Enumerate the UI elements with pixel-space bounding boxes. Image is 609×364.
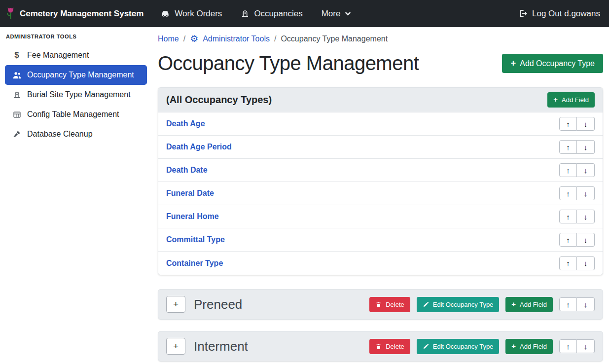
field-link[interactable]: Death Age Period bbox=[166, 143, 232, 151]
move-down-button[interactable]: ↓ bbox=[577, 117, 595, 131]
reorder-buttons: ↑ ↓ bbox=[559, 256, 595, 270]
field-link[interactable]: Death Age bbox=[166, 119, 205, 128]
nav-work-orders[interactable]: Work Orders bbox=[160, 9, 222, 19]
sidebar-item-fee-management[interactable]: $ Fee Management bbox=[5, 45, 147, 65]
field-row: Death Age ↑ ↓ bbox=[158, 112, 603, 136]
arrow-down-icon: ↓ bbox=[584, 300, 588, 309]
reorder-buttons: ↑ ↓ bbox=[559, 186, 595, 200]
reorder-buttons: ↑ ↓ bbox=[559, 163, 595, 177]
add-field-button[interactable]: + Add Field bbox=[505, 297, 553, 312]
breadcrumb-home[interactable]: Home bbox=[158, 35, 179, 43]
field-link[interactable]: Death Date bbox=[166, 166, 208, 175]
occupancy-type-title: Preneed bbox=[194, 297, 242, 312]
edit-occupancy-type-label: Edit Occupancy Type bbox=[433, 301, 494, 308]
move-down-button[interactable]: ↓ bbox=[577, 186, 595, 200]
breadcrumb-admin-tools[interactable]: Administrator Tools bbox=[203, 35, 270, 43]
reorder-buttons: ↑ ↓ bbox=[559, 233, 595, 247]
sidebar-item-label: Burial Site Type Management bbox=[27, 90, 131, 99]
add-field-label: Add Field bbox=[520, 343, 547, 350]
sidebar-item-occupancy-type-management[interactable]: Occupancy Type Management bbox=[5, 65, 147, 85]
arrow-down-icon: ↓ bbox=[584, 143, 588, 151]
reorder-buttons: ↑ ↓ bbox=[559, 117, 595, 131]
move-down-button[interactable]: ↓ bbox=[577, 339, 595, 353]
tombstone-icon bbox=[12, 91, 22, 99]
plus-icon: + bbox=[511, 343, 516, 350]
sidebar: Administrator Tools $ Fee Management Occ… bbox=[0, 27, 152, 364]
arrow-down-icon: ↓ bbox=[584, 189, 588, 198]
add-field-button[interactable]: + Add Field bbox=[505, 339, 553, 354]
sidebar-heading: Administrator Tools bbox=[0, 34, 152, 45]
arrow-up-icon: ↑ bbox=[566, 189, 570, 198]
all-occupancy-types-card: (All Occupancy Types) + Add Field Death … bbox=[158, 87, 603, 275]
move-up-button[interactable]: ↑ bbox=[559, 117, 577, 131]
field-row: Death Age Period ↑ ↓ bbox=[158, 136, 603, 159]
move-up-button[interactable]: ↑ bbox=[559, 186, 577, 200]
expand-button[interactable]: + bbox=[166, 338, 185, 355]
move-down-button[interactable]: ↓ bbox=[577, 163, 595, 177]
nav-more-label: More bbox=[322, 9, 341, 19]
delete-label: Delete bbox=[386, 301, 404, 308]
move-down-button[interactable]: ↓ bbox=[577, 140, 595, 154]
page-title: Occupancy Type Management bbox=[158, 52, 419, 74]
field-link[interactable]: Committal Type bbox=[166, 235, 225, 244]
app-brand[interactable]: Cemetery Management System bbox=[6, 7, 143, 20]
plus-icon: + bbox=[553, 96, 558, 104]
breadcrumb: Home / ⚙ Administrator Tools / Occupancy… bbox=[158, 34, 603, 43]
expand-button[interactable]: + bbox=[166, 296, 185, 313]
field-row: Death Date ↑ ↓ bbox=[158, 159, 603, 182]
trash-icon bbox=[375, 301, 382, 308]
field-link[interactable]: Funeral Date bbox=[166, 189, 214, 198]
arrow-up-icon: ↑ bbox=[566, 342, 570, 351]
sidebar-item-label: Occupancy Type Management bbox=[27, 71, 134, 79]
move-up-button[interactable]: ↑ bbox=[559, 256, 577, 270]
move-down-button[interactable]: ↓ bbox=[577, 210, 595, 223]
move-down-button[interactable]: ↓ bbox=[577, 256, 595, 270]
add-field-label: Add Field bbox=[520, 301, 547, 308]
arrow-down-icon: ↓ bbox=[584, 213, 588, 221]
reorder-buttons: ↑ ↓ bbox=[559, 210, 595, 223]
plus-icon: + bbox=[173, 341, 179, 352]
move-up-button[interactable]: ↑ bbox=[559, 297, 577, 311]
section-actions: Delete Edit Occupancy Type + Add Field ↑… bbox=[369, 339, 595, 354]
car-icon bbox=[160, 9, 170, 19]
trash-icon bbox=[375, 343, 382, 350]
sidebar-item-database-cleanup[interactable]: Database Cleanup bbox=[5, 124, 147, 144]
move-up-button[interactable]: ↑ bbox=[559, 140, 577, 154]
main-content: Home / ⚙ Administrator Tools / Occupancy… bbox=[152, 27, 609, 364]
sign-out-icon bbox=[518, 9, 528, 18]
add-field-label: Add Field bbox=[562, 96, 589, 104]
move-down-button[interactable]: ↓ bbox=[577, 297, 595, 311]
field-row: Funeral Date ↑ ↓ bbox=[158, 182, 603, 205]
all-occupancy-types-header: (All Occupancy Types) + Add Field bbox=[158, 88, 603, 112]
edit-occupancy-type-button[interactable]: Edit Occupancy Type bbox=[417, 297, 500, 312]
delete-button[interactable]: Delete bbox=[369, 297, 410, 312]
move-up-button[interactable]: ↑ bbox=[559, 233, 577, 247]
reorder-buttons: ↑ ↓ bbox=[559, 339, 595, 353]
add-field-button[interactable]: + Add Field bbox=[547, 92, 595, 108]
field-row: Container Type ↑ ↓ bbox=[158, 252, 603, 275]
top-navbar: Cemetery Management System Work Orders O… bbox=[0, 0, 609, 27]
logout-link[interactable]: Log Out d.gowans bbox=[518, 9, 600, 19]
move-up-button[interactable]: ↑ bbox=[559, 339, 577, 353]
occupancy-type-section-preneed: + Preneed Delete Edit Occupancy Type + bbox=[158, 289, 603, 320]
move-down-button[interactable]: ↓ bbox=[577, 233, 595, 247]
pencil-icon bbox=[423, 343, 429, 350]
sidebar-item-burial-site-type-management[interactable]: Burial Site Type Management bbox=[5, 85, 147, 105]
nav-work-orders-label: Work Orders bbox=[175, 9, 222, 19]
nav-more[interactable]: More bbox=[322, 9, 352, 19]
nav-occupancies-label: Occupancies bbox=[254, 9, 302, 19]
edit-occupancy-type-button[interactable]: Edit Occupancy Type bbox=[417, 339, 500, 354]
move-up-button[interactable]: ↑ bbox=[559, 210, 577, 223]
sidebar-item-config-table-management[interactable]: Config Table Management bbox=[5, 105, 147, 124]
field-link[interactable]: Funeral Home bbox=[166, 212, 219, 221]
field-link[interactable]: Container Type bbox=[166, 259, 223, 268]
nav-occupancies[interactable]: Occupancies bbox=[241, 9, 302, 19]
add-occupancy-type-button[interactable]: + Add Occupancy Type bbox=[502, 54, 603, 73]
broom-icon bbox=[12, 130, 22, 139]
move-up-button[interactable]: ↑ bbox=[559, 163, 577, 177]
delete-button[interactable]: Delete bbox=[369, 339, 410, 354]
arrow-down-icon: ↓ bbox=[584, 166, 588, 175]
occupancy-type-title: Interment bbox=[194, 339, 248, 354]
tulip-logo-icon bbox=[6, 7, 15, 20]
breadcrumb-separator: / bbox=[274, 35, 276, 43]
